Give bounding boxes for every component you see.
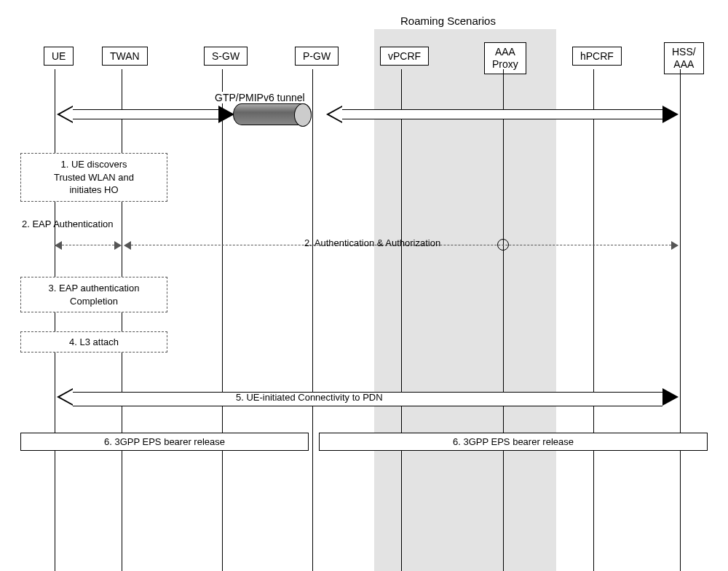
tunnel-label: GTP/PMIPv6 tunnel <box>215 92 305 103</box>
circle-marker-aaa <box>497 239 509 251</box>
arrow-ue-sgw <box>73 109 218 119</box>
step1-line3: initiates HO <box>69 184 118 195</box>
node-label: P-GW <box>303 50 331 62</box>
lifeline-sgw <box>222 69 223 571</box>
node-ue: UE <box>44 47 74 66</box>
step1-box: 1. UE discovers Trusted WLAN and initiat… <box>20 153 167 202</box>
step4-box: 4. L3 attach <box>20 331 167 353</box>
node-label: vPCRF <box>388 50 421 62</box>
arrow-step2-ue-twan <box>62 245 114 245</box>
sequence-diagram: Roaming Scenarios UE TWAN S-GW P-GW vPCR… <box>0 0 728 571</box>
node-label: S-GW <box>212 50 240 62</box>
roaming-label: Roaming Scenarios <box>400 15 496 27</box>
node-pgw: P-GW <box>295 47 339 66</box>
step4-text: 4. L3 attach <box>69 336 119 347</box>
step6-left-text: 6. 3GPP EPS bearer release <box>104 436 225 447</box>
node-label: TWAN <box>110 50 140 62</box>
lifeline-vpcrf <box>401 69 402 571</box>
step6-right-box: 6. 3GPP EPS bearer release <box>319 433 708 451</box>
step6-right-text: 6. 3GPP EPS bearer release <box>453 436 574 447</box>
lifeline-hpcrf <box>593 69 594 571</box>
node-label: UE <box>52 50 66 62</box>
node-vpcrf: vPCRF <box>380 47 429 66</box>
node-twan: TWAN <box>102 47 148 66</box>
node-sgw: S-GW <box>204 47 248 66</box>
step3-box: 3. EAP authentication Completion <box>20 277 167 312</box>
lifeline-pgw <box>312 69 313 571</box>
step5-label: 5. UE-initiated Connectivity to PDN <box>236 392 383 403</box>
node-label-line2: AAA <box>673 58 694 70</box>
node-aaa-proxy: AAA Proxy <box>484 42 526 74</box>
node-label: hPCRF <box>580 50 614 62</box>
step6-left-box: 6. 3GPP EPS bearer release <box>20 433 309 451</box>
step3-line2: Completion <box>70 296 118 307</box>
lifeline-ue <box>55 69 55 571</box>
step2-left-label: 2. EAP Authentication <box>22 218 114 229</box>
node-hpcrf: hPCRF <box>572 47 622 66</box>
node-label-line2: Proxy <box>492 58 518 70</box>
lifeline-aaa-proxy <box>503 69 504 571</box>
step2-right-label: 2. Authentication & Authorization <box>304 237 440 248</box>
step3-line1: 3. EAP authentication <box>49 283 140 294</box>
lifeline-twan <box>122 69 122 571</box>
step1-line2: Trusted WLAN and <box>54 172 134 183</box>
node-hss-aaa: HSS/ AAA <box>664 42 704 74</box>
node-label-line1: AAA <box>495 46 515 58</box>
step1-line1: 1. UE discovers <box>60 159 127 170</box>
arrow-pgw-hss <box>342 109 662 119</box>
tunnel-icon <box>233 103 312 125</box>
node-label-line1: HSS/ <box>672 46 696 58</box>
lifeline-hss-aaa <box>680 69 681 571</box>
